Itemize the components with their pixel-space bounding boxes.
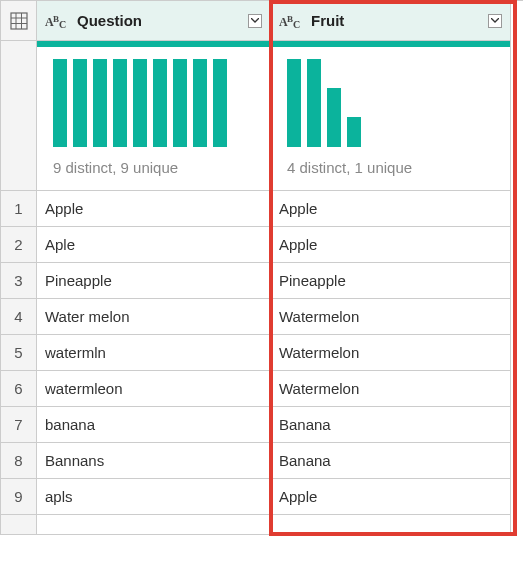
cell-question[interactable]: watermleon [37, 371, 271, 407]
row-number[interactable]: 7 [1, 407, 37, 443]
row-number[interactable]: 5 [1, 335, 37, 371]
profile-summary-text: 4 distinct, 1 unique [271, 147, 510, 176]
chart-bar [287, 59, 301, 147]
row-number[interactable]: 8 [1, 443, 37, 479]
chart-bar [53, 59, 67, 147]
chevron-down-icon [491, 18, 499, 23]
chart-bar [73, 59, 87, 147]
column-profile-question[interactable]: 9 distinct, 9 unique [37, 41, 271, 191]
cell-fruit[interactable]: Watermelon [271, 335, 511, 371]
cell-fruit[interactable]: Banana [271, 443, 511, 479]
svg-text:C: C [59, 19, 66, 30]
cell-fruit[interactable]: Apple [271, 479, 511, 515]
chart-bar [133, 59, 147, 147]
chart-bar [193, 59, 207, 147]
cell-fruit[interactable]: Apple [271, 191, 511, 227]
row-number[interactable]: 4 [1, 299, 37, 335]
column-profile-fruit[interactable]: 4 distinct, 1 unique [271, 41, 511, 191]
distribution-chart [37, 47, 270, 147]
column-header-fruit[interactable]: A B C Fruit [271, 1, 511, 41]
cell-question[interactable]: Aple [37, 227, 271, 263]
text-type-icon: A B C [279, 12, 305, 30]
column-dropdown-question[interactable] [248, 14, 262, 28]
chevron-down-icon [251, 18, 259, 23]
chart-bar [113, 59, 127, 147]
cell-fruit[interactable]: Watermelon [271, 299, 511, 335]
chart-bar [93, 59, 107, 147]
data-table: A B C Question A B C Fruit [0, 0, 523, 535]
cell-fruit[interactable]: Watermelon [271, 371, 511, 407]
chart-bar [173, 59, 187, 147]
cell-empty [37, 515, 271, 535]
cell-fruit[interactable]: Pineapple [271, 263, 511, 299]
chart-bar [307, 59, 321, 147]
table-corner-cell[interactable] [1, 1, 37, 41]
chart-bar [213, 59, 227, 147]
distribution-chart [271, 47, 510, 147]
cell-empty [271, 515, 511, 535]
row-number-empty [1, 515, 37, 535]
row-number[interactable]: 9 [1, 479, 37, 515]
cell-question[interactable]: banana [37, 407, 271, 443]
chart-bar [327, 88, 341, 147]
cell-question[interactable]: Water melon [37, 299, 271, 335]
profile-rowheader [1, 41, 37, 191]
column-header-question[interactable]: A B C Question [37, 1, 271, 41]
cell-question[interactable]: Bannans [37, 443, 271, 479]
chart-bar [347, 117, 361, 147]
cell-fruit[interactable]: Banana [271, 407, 511, 443]
column-header-label: Question [77, 12, 142, 29]
column-header-label: Fruit [311, 12, 344, 29]
cell-question[interactable]: Apple [37, 191, 271, 227]
row-number[interactable]: 1 [1, 191, 37, 227]
row-number[interactable]: 3 [1, 263, 37, 299]
svg-rect-0 [11, 13, 27, 29]
profile-summary-text: 9 distinct, 9 unique [37, 147, 270, 176]
row-number[interactable]: 2 [1, 227, 37, 263]
column-dropdown-fruit[interactable] [488, 14, 502, 28]
cell-question[interactable]: watermln [37, 335, 271, 371]
cell-fruit[interactable]: Apple [271, 227, 511, 263]
svg-text:C: C [293, 19, 300, 30]
table-icon [10, 12, 28, 30]
chart-bar [153, 59, 167, 147]
cell-question[interactable]: apls [37, 479, 271, 515]
text-type-icon: A B C [45, 12, 71, 30]
cell-question[interactable]: Pineapple [37, 263, 271, 299]
row-number[interactable]: 6 [1, 371, 37, 407]
